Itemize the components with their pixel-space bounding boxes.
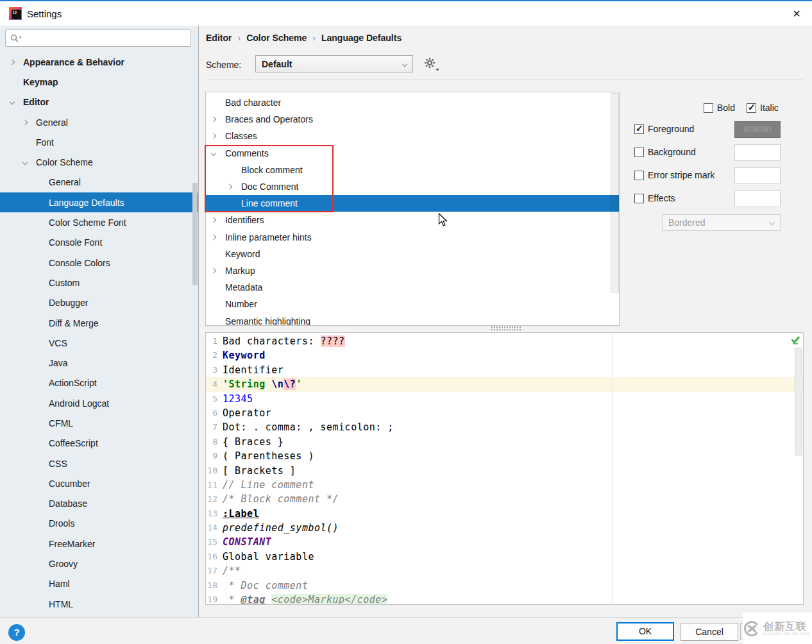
foreground-color-swatch[interactable]: 808080: [734, 121, 781, 138]
code-line-5[interactable]: 512345: [206, 392, 803, 406]
chevron-right-icon[interactable]: [212, 218, 225, 222]
sidebar-item-drools[interactable]: Drools: [0, 514, 198, 534]
tree-item-inline-parameter-hints[interactable]: Inline parameter hints: [206, 229, 619, 246]
tree-item-bad-character[interactable]: Bad character: [206, 94, 619, 111]
code-line-4[interactable]: 4'String \n\?': [206, 377, 803, 391]
tree-item-number[interactable]: Number: [206, 296, 619, 312]
code-line-19[interactable]: 19 * @tag <code>Markup</code>: [206, 593, 803, 605]
sidebar-item-language-defaults[interactable]: Language Defaults: [0, 192, 198, 212]
code-line-6[interactable]: 6Operator: [206, 406, 803, 420]
sidebar-item-database[interactable]: Database: [0, 494, 198, 514]
help-button[interactable]: ?: [8, 624, 25, 641]
chevron-right-icon[interactable]: [23, 121, 36, 124]
code-line-2[interactable]: 2Keyword: [206, 348, 803, 362]
sidebar-item-keymap[interactable]: Keymap: [0, 72, 198, 92]
tree-item-identifiers[interactable]: Identifiers: [206, 212, 619, 228]
chevron-right-icon[interactable]: [212, 235, 225, 239]
tree-item-doc-comment[interactable]: Doc Comment: [206, 178, 619, 195]
bold-checkbox[interactable]: [704, 103, 713, 113]
code-line-1[interactable]: 1Bad characters: ????: [206, 334, 803, 348]
sidebar-item-coffeescript[interactable]: CoffeeScript: [0, 434, 198, 453]
error-stripe-mark-checkbox[interactable]: [634, 171, 644, 180]
chevron-down-icon[interactable]: [10, 100, 23, 104]
tree-item-metadata[interactable]: Metadata: [206, 279, 619, 296]
ok-button[interactable]: OK: [616, 622, 674, 641]
chevron-down-icon[interactable]: [212, 151, 225, 155]
cancel-button[interactable]: Cancel: [681, 623, 738, 641]
sidebar-item-actionscript[interactable]: ActionScript: [0, 373, 198, 393]
breadcrumb-editor[interactable]: Editor: [206, 33, 232, 43]
tree-item-comments[interactable]: Comments: [206, 145, 619, 162]
tree-item-braces-and-operators[interactable]: Braces and Operators: [206, 111, 619, 128]
label: Appearance & Behavior: [23, 57, 124, 67]
sidebar-item-vcs[interactable]: VCS: [0, 333, 198, 353]
sidebar-item-editor[interactable]: Editor: [0, 92, 198, 112]
attribute-tree-scrollbar[interactable]: [611, 93, 619, 292]
sidebar-item-diff-merge[interactable]: Diff & Merge: [0, 313, 198, 333]
sidebar-item-groovy[interactable]: Groovy: [0, 554, 198, 573]
chevron-down-icon[interactable]: [23, 160, 36, 164]
sidebar-item-console-font[interactable]: Console Font: [0, 233, 198, 253]
code-line-18[interactable]: 18 * Doc comment: [206, 579, 803, 593]
sidebar-item-haml[interactable]: Haml: [0, 574, 198, 594]
code-line-3[interactable]: 3Identifier: [206, 363, 803, 377]
intellij-logo-icon: IJ: [9, 7, 22, 20]
sidebar-item-console-colors[interactable]: Console Colors: [0, 253, 198, 273]
line-number: 19: [206, 593, 223, 605]
code-line-13[interactable]: 13:Label: [206, 507, 803, 521]
sidebar-item-appearance-behavior[interactable]: Appearance & Behavior: [0, 52, 198, 72]
sidebar-item-color-scheme-font[interactable]: Color Scheme Font: [0, 212, 198, 232]
tree-item-classes[interactable]: Classes: [206, 128, 619, 144]
tree-item-semantic-highlighting[interactable]: Semantic highlighting: [206, 312, 619, 326]
tree-item-markup[interactable]: Markup: [206, 262, 619, 279]
scheme-gear-button[interactable]: [424, 57, 438, 71]
breadcrumb-color-scheme[interactable]: Color Scheme: [246, 33, 307, 43]
sidebar-item-color-scheme[interactable]: Color Scheme: [0, 152, 198, 172]
sidebar-scrollbar[interactable]: [192, 183, 198, 285]
code-line-15[interactable]: 15CONSTANT: [206, 535, 803, 549]
code-line-12[interactable]: 12/* Block comment */: [206, 492, 803, 506]
sidebar-item-font[interactable]: Font: [0, 132, 198, 152]
editor-scrollbar[interactable]: [795, 348, 802, 455]
effects-color-swatch[interactable]: [734, 191, 781, 207]
chevron-right-icon[interactable]: [228, 185, 241, 189]
chevron-right-icon[interactable]: [212, 117, 225, 121]
code-line-10[interactable]: 10[ Brackets ]: [206, 464, 803, 478]
sidebar-item-debugger[interactable]: Debugger: [0, 293, 198, 313]
sidebar-item-custom[interactable]: Custom: [0, 273, 198, 292]
code-line-11[interactable]: 11// Line comment: [206, 478, 803, 492]
close-button[interactable]: ✕: [788, 5, 806, 23]
sidebar-item-html[interactable]: HTML: [0, 594, 198, 614]
code-line-16[interactable]: 16Global variable: [206, 550, 803, 564]
error-stripe-mark-color-swatch[interactable]: [734, 167, 781, 184]
effect-type-select[interactable]: Bordered: [662, 214, 781, 231]
chevron-right-icon[interactable]: [10, 60, 23, 64]
tree-item-keyword[interactable]: Keyword: [206, 246, 619, 262]
search-input[interactable]: [5, 30, 191, 47]
sidebar-item-general[interactable]: General: [0, 112, 198, 132]
sidebar-item-cucumber[interactable]: Cucumber: [0, 473, 198, 493]
code-preview-editor[interactable]: 1Bad characters: ????2Keyword3Identifier…: [205, 332, 804, 605]
background-color-swatch[interactable]: [734, 144, 781, 161]
sidebar-item-android-logcat[interactable]: Android Logcat: [0, 393, 198, 413]
code-line-7[interactable]: 7Dot: . comma: , semicolon: ;: [206, 420, 803, 434]
tree-item-block-comment[interactable]: Block comment: [206, 162, 619, 178]
background-checkbox[interactable]: [634, 148, 644, 157]
effects-checkbox[interactable]: [634, 194, 644, 203]
italic-checkbox[interactable]: [747, 103, 756, 113]
sidebar-item-general[interactable]: General: [0, 173, 198, 192]
splitter-handle[interactable]: [491, 326, 521, 331]
code-line-17[interactable]: 17/**: [206, 564, 803, 578]
chevron-right-icon[interactable]: [212, 134, 225, 138]
sidebar-item-freemarker[interactable]: FreeMarker: [0, 534, 198, 554]
chevron-right-icon[interactable]: [212, 269, 225, 273]
sidebar-item-cfml[interactable]: CFML: [0, 413, 198, 433]
code-line-14[interactable]: 14predefined_symbol(): [206, 521, 803, 535]
sidebar-item-css[interactable]: CSS: [0, 453, 198, 473]
tree-item-line-comment[interactable]: Line comment: [206, 195, 619, 212]
code-line-8[interactable]: 8{ Braces }: [206, 435, 803, 449]
sidebar-item-java[interactable]: Java: [0, 353, 198, 373]
code-line-9[interactable]: 9( Parentheses ): [206, 449, 803, 463]
foreground-checkbox[interactable]: [634, 124, 644, 134]
scheme-select[interactable]: Default: [255, 55, 413, 72]
